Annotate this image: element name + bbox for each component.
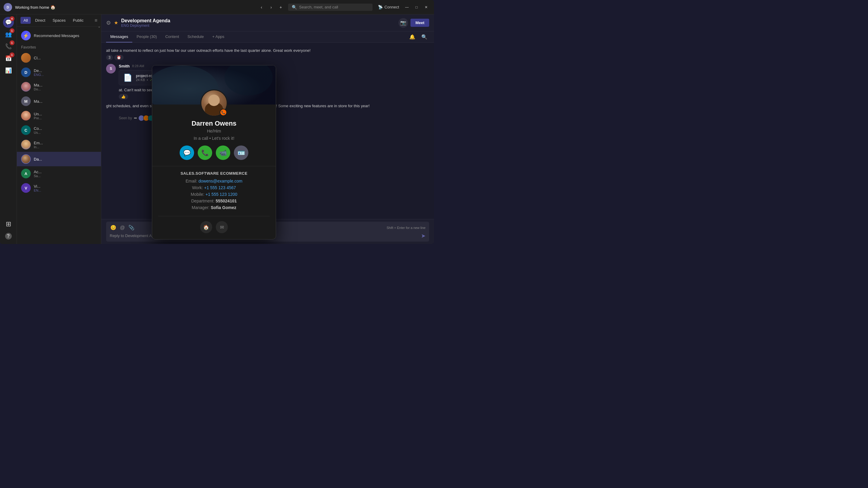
chat-name-un: Un... bbox=[34, 112, 97, 116]
tab-messages[interactable]: Messages bbox=[106, 31, 132, 42]
filter-tab-direct[interactable]: Direct bbox=[32, 17, 48, 24]
chat-item-ma1[interactable]: Ma... Do... bbox=[17, 79, 101, 94]
emoji-button[interactable]: 😊 bbox=[110, 224, 117, 231]
channel-settings-icon[interactable]: ⚙ bbox=[106, 20, 111, 26]
contact-card-avatar-wrap: 📞 bbox=[200, 90, 227, 117]
chat-preview-vi: EN... bbox=[34, 189, 97, 192]
filter-tab-all[interactable]: All bbox=[21, 17, 31, 24]
sidebar-icon-apps[interactable]: ⊞ bbox=[3, 219, 14, 230]
search-channel-icon-button[interactable]: 🔍 bbox=[420, 32, 429, 42]
chat-name-em: Em... bbox=[34, 141, 97, 145]
chat-avatar-co: C bbox=[21, 125, 31, 135]
attach-button[interactable]: 📎 bbox=[128, 224, 135, 231]
contact-chat-button[interactable]: 💬 bbox=[180, 145, 194, 160]
chat-item-cl[interactable]: Cl... bbox=[17, 51, 101, 65]
filter-tabs: All Direct Spaces Public ≡ bbox=[17, 14, 101, 27]
reaction-clock[interactable]: ⏰ bbox=[114, 55, 124, 60]
channel-star-icon[interactable]: ★ bbox=[114, 20, 118, 26]
team-badge: 1 bbox=[10, 28, 14, 33]
contact-status: In a call • Let's rock it! bbox=[158, 136, 270, 141]
title-emoji: 🏠 bbox=[50, 5, 56, 10]
footer-home-button[interactable]: 🏠 bbox=[200, 221, 212, 233]
filter-tab-public[interactable]: Public bbox=[70, 17, 87, 24]
contact-mobile-phone-link[interactable]: +1 555 123 1200 bbox=[206, 192, 238, 197]
sidebar-icon-help[interactable]: ? bbox=[3, 231, 14, 241]
footer-mail-button[interactable]: ✉ bbox=[216, 221, 228, 233]
nav-back-button[interactable]: ‹ bbox=[257, 3, 266, 11]
sidebar-icons: 💬 4 👥 1 📞 1 📅 1 📊 ⊞ ? bbox=[0, 14, 17, 244]
filter-tab-spaces[interactable]: Spaces bbox=[50, 17, 68, 24]
maximize-button[interactable]: □ bbox=[412, 3, 421, 11]
chat-item-m2[interactable]: M Ma... bbox=[17, 94, 101, 108]
camera-icon-container: 📷 bbox=[398, 18, 408, 28]
chat-item-da[interactable]: Da... bbox=[17, 152, 101, 166]
nav-forward-button[interactable]: › bbox=[267, 3, 276, 11]
camera-icon-button[interactable]: 📷 bbox=[398, 18, 408, 28]
search-input[interactable] bbox=[299, 5, 369, 9]
chat-avatar-de: D bbox=[21, 67, 31, 77]
notifications-icon-button[interactable]: 🔔 bbox=[407, 32, 417, 42]
reaction-thumbs[interactable]: 👍 bbox=[119, 94, 128, 99]
chat-name-m2: Ma... bbox=[34, 99, 97, 104]
contact-card-button[interactable]: 🪪 bbox=[234, 145, 248, 160]
sidebar-icon-team[interactable]: 👥 1 bbox=[3, 29, 14, 40]
nav-add-button[interactable]: + bbox=[277, 3, 285, 11]
tab-schedule[interactable]: Schedule bbox=[183, 31, 208, 42]
filter-more-button[interactable]: ≡ bbox=[95, 18, 97, 23]
recommended-icon: ⚡ bbox=[21, 31, 31, 40]
chat-item-ac[interactable]: A Ac... Sa... bbox=[17, 166, 101, 181]
app-window: D Working from home 🏠 ‹ › + 🔍 📡 Connect … bbox=[0, 0, 434, 244]
tab-people[interactable]: People (30) bbox=[132, 31, 161, 42]
chat-badge: 4 bbox=[10, 16, 14, 21]
channel-subtitle: ENG Deployment bbox=[121, 24, 170, 28]
contact-card-footer: 🏠 ✉ bbox=[158, 216, 270, 233]
contact-manager-row: Manager: Sofia Gomez bbox=[158, 205, 270, 210]
contact-department-label: Department: bbox=[191, 198, 214, 203]
chat-info-cl: Cl... bbox=[34, 56, 97, 60]
contact-email-link[interactable]: dowens@example.com bbox=[198, 178, 243, 184]
chat-preview-em: In... bbox=[34, 145, 97, 149]
message-1-text: all take a moment to reflect on just how… bbox=[106, 47, 429, 54]
channel-title-block: Development Agenda ENG Deployment bbox=[121, 18, 170, 28]
chat-avatar-un bbox=[21, 111, 31, 121]
user-avatar[interactable]: D bbox=[4, 3, 12, 11]
chat-item-de[interactable]: D De... ENG... bbox=[17, 65, 101, 79]
sidebar-icon-analytics[interactable]: 📊 bbox=[3, 65, 14, 76]
tab-apps[interactable]: + Apps bbox=[208, 31, 228, 42]
title-text: Working from home bbox=[15, 5, 49, 10]
recommended-messages-item[interactable]: ⚡ Recommended Messages bbox=[17, 28, 101, 43]
chat-name-ac: Ac... bbox=[34, 170, 97, 174]
tab-content[interactable]: Content bbox=[161, 31, 183, 42]
contact-status-separator: • bbox=[210, 136, 212, 141]
sidebar-icon-chat[interactable]: 💬 4 bbox=[3, 17, 14, 28]
contact-work-phone-link[interactable]: +1 555 123 4567 bbox=[204, 185, 236, 190]
connect-button[interactable]: 📡 Connect bbox=[375, 4, 401, 10]
close-button[interactable]: ✕ bbox=[422, 3, 430, 11]
sidebar-icon-calendar[interactable]: 📅 1 bbox=[3, 53, 14, 64]
contact-pronouns: He/Him bbox=[158, 129, 270, 133]
mention-button[interactable]: @ bbox=[119, 224, 125, 231]
chat-info-ma1: Ma... Do... bbox=[34, 83, 97, 91]
contact-call-button[interactable]: 📞 bbox=[198, 145, 212, 160]
chat-item-vi[interactable]: V Vi... EN... bbox=[17, 181, 101, 195]
chat-avatar-ac: A bbox=[21, 169, 31, 178]
chat-item-em[interactable]: Em... In... bbox=[17, 137, 101, 152]
meet-button[interactable]: Meet bbox=[410, 19, 429, 27]
contact-work-label: Work: bbox=[192, 185, 203, 190]
chat-item-un[interactable]: Un... Pre... bbox=[17, 108, 101, 123]
chat-info-ac: Ac... Sa... bbox=[34, 170, 97, 178]
chat-item-co[interactable]: C Co... Us... bbox=[17, 123, 101, 137]
chat-info-un: Un... Pre... bbox=[34, 112, 97, 120]
calls-badge: 1 bbox=[10, 40, 14, 45]
reaction-3[interactable]: 3 bbox=[106, 55, 113, 60]
contact-mobile-phone-row: Mobile: +1 555 123 1200 bbox=[158, 192, 270, 197]
contact-video-button[interactable]: 📹 bbox=[216, 145, 230, 160]
chat-info-da: Da... bbox=[34, 157, 97, 161]
contact-actions: 💬 📞 📹 🪪 bbox=[158, 145, 270, 160]
chat-preview-un: Pre... bbox=[34, 116, 97, 120]
chat-preview-de: ENG... bbox=[34, 73, 97, 76]
input-hint: Shift + Enter for a new line bbox=[387, 226, 426, 230]
minimize-button[interactable]: — bbox=[403, 3, 411, 11]
sidebar-icon-calls[interactable]: 📞 1 bbox=[3, 41, 14, 52]
send-button[interactable]: ➤ bbox=[421, 233, 426, 239]
